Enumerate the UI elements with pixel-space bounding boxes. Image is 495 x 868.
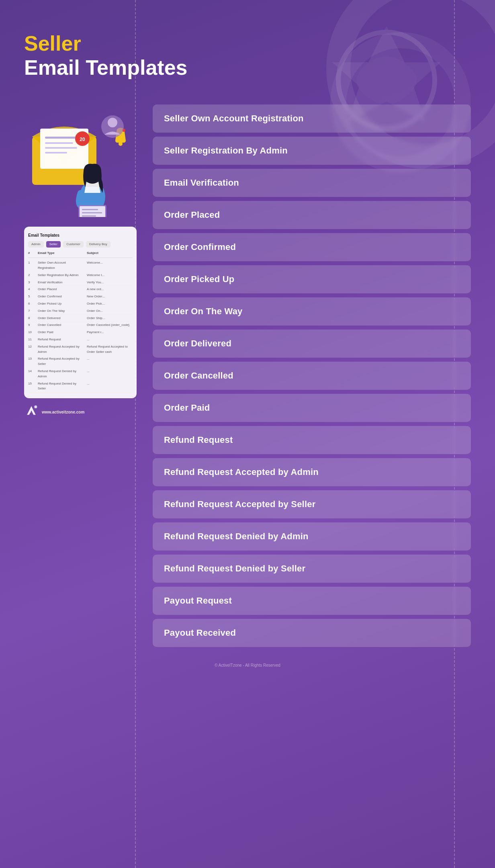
template-item-label-6: Order Picked Up (164, 274, 234, 284)
template-item-14[interactable]: Refund Request Denied by Admin (153, 522, 471, 551)
header-subtitle: Email Templates (24, 55, 471, 80)
table-row: 15Refund Request Denied by Seller... (28, 381, 133, 393)
template-item-2[interactable]: Seller Registration By Admin (153, 137, 471, 165)
background-table-mockup: Email Templates Admin Seller Customer De… (24, 227, 137, 399)
template-item-label-3: Email Verification (164, 178, 239, 188)
template-item-1[interactable]: Seller Own Account Registration (153, 104, 471, 133)
svg-text:20: 20 (80, 137, 85, 142)
header-seller: Seller (24, 32, 471, 55)
table-row: 13Refund Request Accepted by Seller... (28, 356, 133, 368)
template-item-label-2: Seller Registration By Admin (164, 145, 288, 156)
table-row: 2Seller Registration By AdminWelcome t..… (28, 272, 133, 279)
template-item-label-14: Refund Request Denied by Admin (164, 531, 309, 541)
bg-table-title: Email Templates (28, 232, 133, 239)
table-row: 14Refund Request Denied by Admin... (28, 368, 133, 381)
table-row: 11Refund Request... (28, 336, 133, 344)
template-item-17[interactable]: Payout Received (153, 619, 471, 647)
bg-tab-delivery: Delivery Boy (86, 241, 110, 248)
template-item-6[interactable]: Order Picked Up (153, 265, 471, 293)
svg-rect-17 (80, 206, 105, 217)
template-item-3[interactable]: Email Verification (153, 169, 471, 197)
template-item-12[interactable]: Refund Request Accepted by Admin (153, 458, 471, 486)
template-item-5[interactable]: Order Confirmed (153, 233, 471, 261)
svg-rect-5 (45, 142, 73, 144)
page-header: Seller Email Templates (24, 32, 471, 80)
svg-rect-18 (82, 209, 98, 210)
svg-rect-4 (45, 137, 77, 139)
table-row: 12Refund Request Accepted by AdminRefund… (28, 344, 133, 356)
template-item-label-4: Order Placed (164, 210, 220, 220)
table-row: 8Order DeliveredOrder Ship... (28, 315, 133, 322)
template-item-label-12: Refund Request Accepted by Admin (164, 467, 319, 477)
table-row: 5Order ConfirmedNew Order... (28, 293, 133, 301)
bg-table-body: 1Seller Own Account RegistrationWelcome.… (28, 260, 133, 393)
logo-area: ® www.activeitzone.com (24, 405, 137, 419)
bg-tab-customer: Customer (63, 241, 84, 248)
bg-tab-admin: Admin (28, 241, 44, 248)
template-item-9[interactable]: Order Cancelled (153, 362, 471, 390)
template-item-label-11: Refund Request (164, 435, 233, 445)
template-item-label-7: Order On The Way (164, 306, 243, 316)
activeitzone-logo: ® (24, 405, 39, 419)
template-item-label-9: Order Cancelled (164, 371, 233, 381)
template-item-7[interactable]: Order On The Way (153, 297, 471, 326)
svg-rect-7 (45, 152, 67, 154)
illustration-panel: 20 (24, 104, 137, 420)
template-item-label-8: Order Delivered (164, 338, 231, 348)
svg-rect-19 (82, 212, 102, 213)
hero-illustration: 20 (24, 104, 137, 217)
svg-rect-20 (82, 215, 96, 217)
content-area: 20 (24, 104, 471, 647)
template-item-13[interactable]: Refund Request Accepted by Seller (153, 490, 471, 518)
table-row: 6Order Picked UpOrder Pick... (28, 301, 133, 308)
template-item-8[interactable]: Order Delivered (153, 330, 471, 358)
template-item-16[interactable]: Payout Request (153, 587, 471, 615)
template-item-label-15: Refund Request Denied by Seller (164, 563, 305, 573)
template-item-label-13: Refund Request Accepted by Seller (164, 499, 315, 509)
template-item-4[interactable]: Order Placed (153, 201, 471, 229)
template-item-label-1: Seller Own Account Registration (164, 113, 304, 123)
bg-table-tabs: Admin Seller Customer Delivery Boy (28, 241, 133, 248)
bg-tab-seller: Seller (46, 241, 61, 248)
svg-point-10 (119, 142, 123, 146)
template-item-11[interactable]: Refund Request (153, 426, 471, 454)
bg-table-header: # Email Type Subject (28, 251, 133, 258)
table-row: 3Email VerificationVerify You... (28, 279, 133, 287)
templates-list: Seller Own Account RegistrationSeller Re… (153, 104, 471, 647)
template-item-label-17: Payout Received (164, 628, 236, 638)
table-row: 1Seller Own Account RegistrationWelcome.… (28, 260, 133, 272)
table-row: 9Order CancelledOrder Cancelled {order_c… (28, 322, 133, 329)
table-row: 7Order On The WayOrder On... (28, 308, 133, 315)
template-item-15[interactable]: Refund Request Denied by Seller (153, 555, 471, 583)
table-row: 4Order PlacedA new ord... (28, 286, 133, 293)
svg-rect-6 (45, 147, 77, 149)
svg-point-13 (108, 118, 117, 127)
template-item-10[interactable]: Order Paid (153, 394, 471, 422)
template-item-label-16: Payout Request (164, 596, 232, 606)
template-item-label-5: Order Confirmed (164, 242, 236, 252)
logo-url: www.activeitzone.com (42, 410, 84, 414)
bottom-text: © ActiveITzone - All Rights Reserved (24, 663, 471, 667)
template-item-label-10: Order Paid (164, 403, 210, 413)
table-row: 10Order PaidPayment r... (28, 329, 133, 336)
